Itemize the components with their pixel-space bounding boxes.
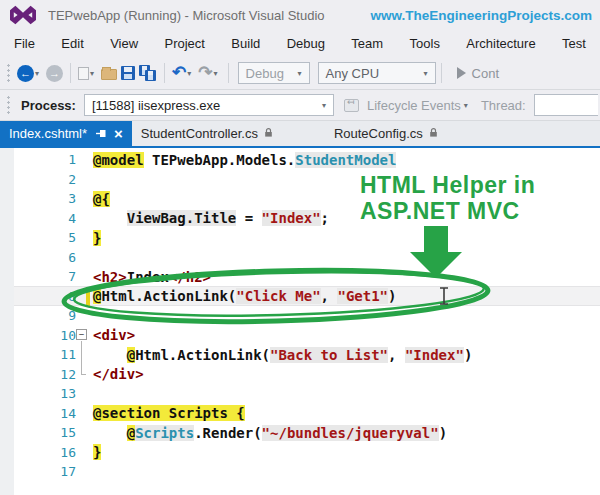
code-line-7[interactable]: 7<h2>Index</h2> — [0, 267, 600, 287]
document-tab-strip: Index.cshtml*×StudentController.csRouteC… — [0, 121, 600, 148]
menu-item-debug[interactable]: Debug — [287, 36, 325, 51]
debug-location-toolbar: Process: [11588] iisexpress.exe▾ Lifecyc… — [0, 90, 600, 121]
code-line-8[interactable]: 8@Html.ActionLink("Click Me", "Get1") — [0, 287, 600, 307]
continue-button[interactable]: Cont — [449, 66, 499, 81]
undo-icon: ↶ — [172, 66, 186, 80]
solution-configuration-value: Debug — [246, 66, 284, 81]
line-number: 4 — [0, 211, 76, 226]
dropdown-caret-icon: ▾ — [35, 69, 39, 78]
code-line-13[interactable]: 13 — [0, 384, 600, 404]
toolbar-grip — [6, 63, 11, 83]
code-line-14[interactable]: 14@section Scripts { — [0, 404, 600, 424]
lifecycle-events-icon[interactable] — [344, 99, 359, 112]
collapse-region-button[interactable]: − — [76, 329, 87, 340]
lifecycle-events-label[interactable]: Lifecycle Events — [367, 98, 461, 113]
line-number: 9 — [0, 308, 76, 323]
thread-dropdown[interactable] — [534, 94, 598, 116]
pin-icon[interactable] — [96, 128, 107, 139]
close-icon[interactable]: × — [114, 127, 123, 140]
code-editor[interactable]: 1@model TEPwebApp.Models.StudentModel23@… — [0, 148, 600, 495]
dropdown-caret-icon: ▾ — [90, 69, 94, 78]
code-line-5[interactable]: 5} — [0, 228, 600, 248]
annotation-text-line2: ASP.NET MVC — [360, 198, 520, 225]
solution-platform-dropdown[interactable]: Any CPU▾ — [318, 62, 436, 84]
new-file-button[interactable]: ▾ — [78, 67, 97, 80]
code-text: </div> — [76, 366, 144, 382]
code-text: ViewBag.Title = "Index"; — [76, 210, 329, 226]
navigate-forward-button[interactable]: → — [46, 65, 63, 82]
line-number: 10 — [0, 328, 76, 343]
code-line-1[interactable]: 1@model TEPwebApp.Models.StudentModel — [0, 150, 600, 170]
menu-item-project[interactable]: Project — [164, 36, 204, 51]
code-line-9[interactable]: 9 — [0, 306, 600, 326]
solution-configuration-dropdown[interactable]: Debug▾ — [238, 62, 310, 84]
menu-item-view[interactable]: View — [110, 36, 138, 51]
navigate-back-button[interactable]: ←▾ — [17, 65, 42, 82]
menu-item-tools[interactable]: Tools — [410, 36, 440, 51]
tab-studentcontroller-cs[interactable]: StudentController.cs — [132, 121, 283, 146]
lock-icon — [263, 126, 274, 141]
line-number: 15 — [0, 425, 76, 440]
open-file-button[interactable] — [101, 66, 117, 80]
line-number: 1 — [0, 152, 76, 167]
menu-item-file[interactable]: File — [14, 36, 35, 51]
menu-item-edit[interactable]: Edit — [61, 36, 83, 51]
save-all-icon — [139, 65, 157, 81]
menu-item-build[interactable]: Build — [231, 36, 260, 51]
save-all-button[interactable] — [139, 65, 157, 81]
line-number: 13 — [0, 386, 76, 401]
code-text: @model TEPwebApp.Models.StudentModel — [76, 152, 396, 168]
continue-label: Cont — [472, 66, 499, 81]
forward-icon: → — [46, 65, 63, 82]
code-line-15[interactable]: 15 @Scripts.Render("~/bundles/jqueryval"… — [0, 423, 600, 443]
code-line-10[interactable]: 10<div> — [0, 326, 600, 346]
fold-region-guide — [81, 341, 86, 375]
lock-icon — [428, 126, 439, 141]
window-title: TEPwebApp (Running) - Microsoft Visual S… — [48, 8, 325, 23]
line-number: 12 — [0, 367, 76, 382]
tab-routeconfig-cs[interactable]: RouteConfig.cs — [325, 121, 448, 146]
code-text: } — [76, 230, 101, 246]
code-line-11[interactable]: 11 @Html.ActionLink("Back to List", "Ind… — [0, 345, 600, 365]
line-number: 2 — [0, 172, 76, 187]
dropdown-caret-icon: ▾ — [322, 101, 326, 110]
code-line-6[interactable]: 6 — [0, 248, 600, 268]
toolbar: ←▾ → ▾ ↶▾ ↷▾ Debug▾ Any CPU▾ Cont — [0, 57, 600, 90]
code-line-12[interactable]: 12</div> — [0, 365, 600, 385]
code-line-17[interactable]: 17 — [0, 462, 600, 482]
menu-item-test[interactable]: Test — [562, 36, 586, 51]
redo-button[interactable]: ↷▾ — [198, 66, 220, 80]
code-text: @Html.ActionLink("Back to List", "Index"… — [76, 347, 472, 363]
process-dropdown[interactable]: [11588] iisexpress.exe▾ — [84, 94, 334, 116]
toolbar-separator — [164, 63, 165, 83]
code-text: @Html.ActionLink("Click Me", "Get1") — [76, 288, 396, 304]
save-button[interactable] — [121, 66, 135, 80]
menu-item-team[interactable]: Team — [351, 36, 383, 51]
dropdown-caret-icon: ▾ — [424, 69, 428, 78]
line-number: 7 — [0, 269, 76, 284]
back-icon: ← — [17, 65, 34, 82]
dropdown-caret-icon: ▾ — [464, 101, 468, 110]
dropdown-caret-icon: ▾ — [214, 69, 218, 78]
tab-index-cshtml-[interactable]: Index.cshtml*× — [0, 121, 132, 146]
line-number: 5 — [0, 230, 76, 245]
tab-label: Index.cshtml* — [9, 126, 87, 141]
visual-studio-window: TEPwebApp (Running) - Microsoft Visual S… — [0, 0, 600, 495]
tab-label: RouteConfig.cs — [334, 126, 423, 141]
watermark-text: www.TheEngineeringProjects.com — [370, 8, 592, 23]
thread-label: Thread: — [481, 98, 526, 113]
play-icon — [457, 67, 466, 79]
undo-button[interactable]: ↶▾ — [172, 66, 194, 80]
toolbar-separator — [70, 63, 71, 83]
title-bar: TEPwebApp (Running) - Microsoft Visual S… — [0, 0, 600, 30]
code-text: @Scripts.Render("~/bundles/jqueryval") — [76, 425, 447, 441]
line-number: 11 — [0, 347, 76, 362]
menu-item-architecture[interactable]: Architecture — [466, 36, 535, 51]
code-text: <h2>Index</h2> — [76, 269, 211, 285]
code-line-16[interactable]: 16} — [0, 443, 600, 463]
tab-label: StudentController.cs — [141, 126, 258, 141]
line-number: 3 — [0, 191, 76, 206]
new-file-icon — [78, 67, 89, 80]
line-number: 17 — [0, 464, 76, 479]
toolbar-grip — [6, 95, 11, 115]
